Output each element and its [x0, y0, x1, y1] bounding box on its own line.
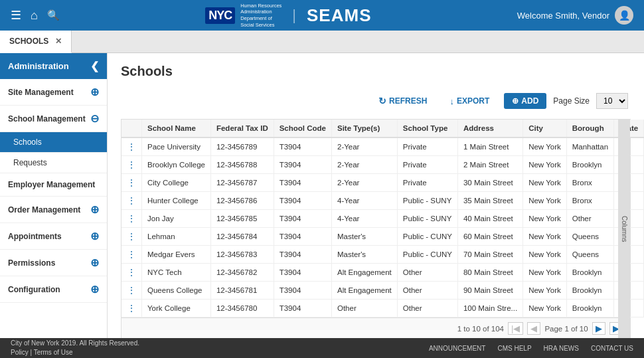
footer-link-cms-help[interactable]: CMS HELP	[497, 345, 531, 352]
columns-button[interactable]: Columns	[618, 120, 630, 338]
nyc-logo: NYC	[205, 7, 235, 24]
footer-link-hra-news[interactable]: HRA NEWS	[544, 345, 579, 352]
sidebar-item-permissions-label: Permissions	[8, 258, 55, 268]
row-school-type-0: Private	[397, 137, 457, 156]
pagination-range: 1 to 10 of 104	[457, 325, 504, 333]
sidebar-item-employer-management-label: Employer Management	[8, 180, 95, 189]
footer-right: ANNOUNCEMENT CMS HELP HRA NEWS CONTACT U…	[429, 345, 633, 352]
tab-close-icon[interactable]: ✕	[55, 37, 62, 46]
sidebar-item-school-management-expand-icon: ⊖	[90, 112, 99, 125]
row-school-code-4: T3904	[274, 210, 331, 228]
row-school-type-5: Public - CUNY	[397, 228, 457, 246]
row-borough-4: Other	[566, 210, 613, 228]
table-row: ⋮ Lehman 12-3456784 T3904 Master's Publi…	[121, 228, 644, 246]
sidebar-item-configuration[interactable]: Configuration ⊕	[0, 276, 107, 303]
sidebar: Administration ❮ Site Management ⊕ Schoo…	[0, 53, 108, 338]
user-avatar[interactable]: 👤	[615, 6, 633, 25]
row-site-type-3: 4-Year	[331, 192, 397, 210]
row-menu-9[interactable]: ⋮	[121, 300, 142, 317]
pagination-prev-icon[interactable]: ◀	[527, 322, 540, 335]
sidebar-collapse-button[interactable]: ❮	[90, 60, 99, 72]
row-school-code-7: T3904	[274, 264, 331, 282]
row-school-name-9: York College	[142, 300, 211, 317]
row-menu-2[interactable]: ⋮	[121, 174, 142, 192]
col-borough: Borough	[566, 120, 613, 137]
sidebar-item-school-management[interactable]: School Management ⊖	[0, 106, 107, 132]
pagination-next-icon[interactable]: ▶	[592, 322, 605, 335]
row-federal-tax-id-8: 12-3456781	[210, 282, 274, 300]
row-school-type-1: Private	[397, 156, 457, 174]
page-size-select[interactable]: 10 25 50	[596, 93, 628, 109]
add-button[interactable]: ⊕ ADD	[504, 93, 546, 109]
footer-link-announcement[interactable]: ANNOUNCEMENT	[429, 345, 486, 352]
sidebar-subitem-schools[interactable]: Schools	[0, 132, 107, 153]
sidebar-item-school-management-label: School Management	[8, 114, 86, 124]
row-school-type-9: Other	[397, 300, 457, 317]
table-row: ⋮ Pace University 12-3456789 T3904 2-Yea…	[121, 137, 644, 156]
table-header-row: School Name Federal Tax ID School Code S…	[121, 120, 644, 137]
row-school-code-6: T3904	[274, 246, 331, 264]
sidebar-header: Administration ❮	[0, 53, 107, 79]
tab-schools[interactable]: SCHOOLS ✕	[0, 31, 72, 53]
row-menu-7[interactable]: ⋮	[121, 264, 142, 282]
schools-table: School Name Federal Tax ID School Code S…	[121, 120, 644, 317]
home-icon[interactable]: ⌂	[31, 9, 38, 23]
sidebar-item-appointments[interactable]: Appointments ⊕	[0, 223, 107, 250]
pagination-first-icon[interactable]: |◀	[508, 322, 523, 335]
add-icon: ⊕	[512, 96, 519, 106]
row-school-code-5: T3904	[274, 228, 331, 246]
row-borough-9: Brooklyn	[566, 300, 613, 317]
row-menu-0[interactable]: ⋮	[121, 137, 142, 156]
row-federal-tax-id-0: 12-3456789	[210, 137, 274, 156]
footer-link-contact-us[interactable]: CONTACT US	[591, 345, 633, 352]
row-site-type-8: Alt Engagement	[331, 282, 397, 300]
row-city-1: New York	[523, 156, 567, 174]
sidebar-item-permissions[interactable]: Permissions ⊕	[0, 250, 107, 276]
main-layout: Administration ❮ Site Management ⊕ Schoo…	[0, 53, 644, 338]
tab-schools-label: SCHOOLS	[9, 37, 48, 46]
table-row: ⋮ Hunter College 12-3456786 T3904 4-Year…	[121, 192, 644, 210]
row-school-code-2: T3904	[274, 174, 331, 192]
header-center: NYC Human Resources Administration Depar…	[60, 3, 517, 29]
sidebar-item-order-management[interactable]: Order Management ⊕	[0, 197, 107, 223]
row-school-code-3: T3904	[274, 192, 331, 210]
menu-icon[interactable]: ☰	[11, 8, 21, 23]
row-address-3: 35 Main Street	[457, 192, 523, 210]
row-school-name-1: Brooklyn College	[142, 156, 211, 174]
row-address-1: 2 Main Street	[457, 156, 523, 174]
footer-copyright: City of New York 2019. All Rights Reserv…	[11, 339, 139, 348]
row-school-code-1: T3904	[274, 156, 331, 174]
col-school-name: School Name	[142, 120, 211, 137]
sidebar-subitem-requests[interactable]: Requests	[0, 153, 107, 173]
table-row: ⋮ York College 12-3456780 T3904 Other Ot…	[121, 300, 644, 317]
row-city-0: New York	[523, 137, 567, 156]
sidebar-item-employer-management[interactable]: Employer Management	[0, 173, 107, 197]
row-address-9: 100 Main Stre...	[457, 300, 523, 317]
row-menu-3[interactable]: ⋮	[121, 192, 142, 210]
row-borough-2: Bronx	[566, 174, 613, 192]
row-city-2: New York	[523, 174, 567, 192]
row-city-7: New York	[523, 264, 567, 282]
refresh-button[interactable]: ↻ REFRESH	[370, 92, 435, 110]
row-city-4: New York	[523, 210, 567, 228]
row-menu-6[interactable]: ⋮	[121, 246, 142, 264]
row-federal-tax-id-9: 12-3456780	[210, 300, 274, 317]
row-federal-tax-id-7: 12-3456782	[210, 264, 274, 282]
sidebar-item-permissions-expand-icon: ⊕	[90, 256, 99, 269]
app-footer: City of New York 2019. All Rights Reserv…	[0, 338, 644, 358]
search-icon[interactable]: 🔍	[47, 9, 60, 21]
row-school-type-3: Public - SUNY	[397, 192, 457, 210]
row-menu-1[interactable]: ⋮	[121, 156, 142, 174]
table-row: ⋮ Jon Jay 12-3456785 T3904 4-Year Public…	[121, 210, 644, 228]
content-toolbar: ↻ REFRESH ↓ EXPORT ⊕ ADD Page Size 10 25…	[121, 88, 631, 114]
sidebar-item-appointments-expand-icon: ⊕	[90, 230, 99, 242]
row-menu-5[interactable]: ⋮	[121, 228, 142, 246]
row-school-code-0: T3904	[274, 137, 331, 156]
row-menu-8[interactable]: ⋮	[121, 282, 142, 300]
row-site-type-5: Master's	[331, 228, 397, 246]
export-button[interactable]: ↓ EXPORT	[442, 93, 497, 110]
sidebar-item-site-management[interactable]: Site Management ⊕	[0, 79, 107, 106]
col-site-type: Site Type(s)	[331, 120, 397, 137]
row-menu-4[interactable]: ⋮	[121, 210, 142, 228]
row-site-type-1: 2-Year	[331, 156, 397, 174]
